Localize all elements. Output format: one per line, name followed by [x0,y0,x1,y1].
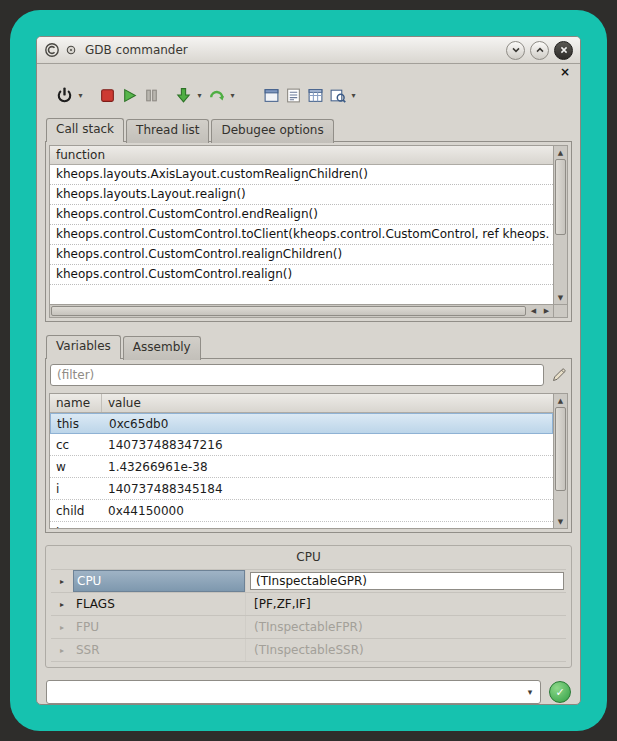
pause-icon [143,87,160,104]
column-header-name[interactable]: name [50,394,102,412]
gdb-commander-window: GDB commander × ▾▾▾▾ Call stack Thread l… [36,36,581,705]
start-stop-button[interactable] [53,83,75,107]
tab-thread-list[interactable]: Thread list [126,119,209,143]
variable-name: b [50,526,102,529]
maximize-button[interactable] [530,41,549,60]
dropdown-arrow-icon[interactable]: ▾ [194,91,205,100]
variable-name: w [50,460,102,474]
cpu-value-editor[interactable]: (TInspectableGPR) [250,572,564,590]
expander-icon[interactable]: ▸ [51,577,73,586]
top-tabbar: Call stack Thread list Debugee options [45,117,572,141]
scroll-left-icon[interactable]: ◀ [527,305,540,317]
dock-close-icon[interactable]: × [560,66,570,79]
pause-button[interactable] [140,83,162,107]
scrollbar-thumb[interactable] [51,306,526,316]
window-menu-icon[interactable] [65,44,77,56]
variable-row[interactable]: b1.43266961e-38 [50,522,553,528]
step-into-button[interactable] [172,83,194,107]
dropdown-arrow-icon[interactable]: ▾ [227,91,238,100]
callstack-row[interactable]: kheops.layouts.Layout.realign() [50,185,553,205]
scrollbar-thumb[interactable] [555,159,566,235]
variables-table: name value this0xc65db0cc140737488347216… [49,393,568,529]
chevron-down-icon[interactable]: ▾ [520,687,540,697]
inspector-window-button[interactable] [326,83,348,107]
variable-row[interactable]: i140737488345184 [50,478,553,500]
variable-name: child [50,504,102,518]
scroll-up-icon[interactable]: ▲ [554,394,567,407]
callstack-row[interactable]: kheops.control.CustomControl.realign() [50,265,553,285]
callstack-row[interactable]: kheops.control.CustomControl.endRealign(… [50,205,553,225]
scrollbar-track[interactable] [554,235,567,291]
scroll-down-icon[interactable]: ▼ [554,515,567,528]
titlebar: GDB commander [37,37,580,64]
tab-variables[interactable]: Variables [46,335,121,359]
cpu-row[interactable]: ▸FLAGS[PF,ZF,IF] [51,593,566,616]
cpu-row-name: CPU [73,570,245,592]
cpu-row-value: [PF,ZF,IF] [245,593,566,615]
play-icon [121,87,138,104]
tab-debugee-options[interactable]: Debugee options [211,119,333,143]
variables-body: this0xc65db0cc140737488347216w1.43266961… [50,413,553,528]
tab-assembly[interactable]: Assembly [123,336,201,360]
callstack-row[interactable]: kheops.control.CustomControl.realignChil… [50,245,553,265]
gdb-command-combobox[interactable]: ▾ [46,680,541,704]
step-over-button[interactable] [205,83,227,107]
command-list-button[interactable] [282,83,304,107]
variables-rows: name value this0xc65db0cc140737488347216… [50,394,553,528]
expander-icon[interactable]: ▸ [51,646,73,655]
stop-icon [99,87,116,104]
scroll-up-icon[interactable]: ▲ [554,146,567,159]
curved-arrow-icon [208,87,225,104]
window-title: GDB commander [85,43,188,57]
watch-window-button[interactable] [260,83,282,107]
callstack-body: kheops.layouts.AxisLayout.customRealignC… [50,165,553,285]
scroll-down-icon[interactable]: ▼ [554,291,567,304]
column-header-value[interactable]: value [102,394,553,412]
expander-icon[interactable]: ▸ [51,600,73,609]
scroll-right-icon[interactable]: ▶ [540,305,553,317]
variable-row[interactable]: this0xc65db0 [50,413,553,434]
callstack-vertical-scrollbar[interactable]: ▲ ▼ [553,146,567,304]
stop-button[interactable] [96,83,118,107]
dropdown-arrow-icon[interactable]: ▾ [348,91,359,100]
send-command-button[interactable]: ✓ [549,681,571,703]
cpu-row-value: (TInspectableFPR) [245,616,566,638]
variable-name: this [51,417,103,431]
scrollbar-corner [553,304,567,317]
variable-row[interactable]: child0x44150000 [50,500,553,522]
variables-column-headers: name value [50,394,553,413]
scrollbar-track[interactable] [554,491,567,515]
callstack-horizontal-scrollbar[interactable]: ◀ ▶ [50,304,553,317]
variables-vertical-scrollbar[interactable]: ▲ ▼ [553,394,567,528]
callstack-column-header[interactable]: function [50,146,553,165]
variable-value: 140737488345184 [102,482,553,496]
cpu-row[interactable]: ▸FPU(TInspectableFPR) [51,616,566,639]
cpu-row-value: (TInspectableGPR) [245,570,566,592]
variable-row[interactable]: cc140737488347216 [50,434,553,456]
cpu-row[interactable]: ▸SSR(TInspectableSSR) [51,639,566,662]
variable-value: 0xc65db0 [103,417,552,431]
scrollbar-thumb[interactable] [555,407,566,491]
gdb-command-input[interactable] [47,685,520,699]
search-window-icon [329,87,346,104]
continue-button[interactable] [118,83,140,107]
edit-pen-icon[interactable] [551,367,567,383]
toolbar: ▾▾▾▾ [45,79,572,111]
dropdown-arrow-icon[interactable]: ▾ [75,91,86,100]
filter-input[interactable] [50,364,544,386]
teal-frame: GDB commander × ▾▾▾▾ Call stack Thread l… [10,10,607,731]
grid-window-icon [307,87,324,104]
check-icon: ✓ [555,686,564,699]
close-button[interactable] [554,41,573,60]
cpu-row[interactable]: ▸CPU(TInspectableGPR) [51,570,566,593]
expander-icon[interactable]: ▸ [51,623,73,632]
spacer [45,322,572,334]
variable-name: i [50,482,102,496]
cpu-groupbox: CPU ▸CPU(TInspectableGPR)▸FLAGS[PF,ZF,IF… [45,545,572,668]
tab-call-stack[interactable]: Call stack [46,118,124,142]
minimize-button[interactable] [506,41,525,60]
memory-window-button[interactable] [304,83,326,107]
callstack-row[interactable]: kheops.layouts.AxisLayout.customRealignC… [50,165,553,185]
variable-row[interactable]: w1.43266961e-38 [50,456,553,478]
callstack-row[interactable]: kheops.control.CustomControl.toClient(kh… [50,225,553,245]
